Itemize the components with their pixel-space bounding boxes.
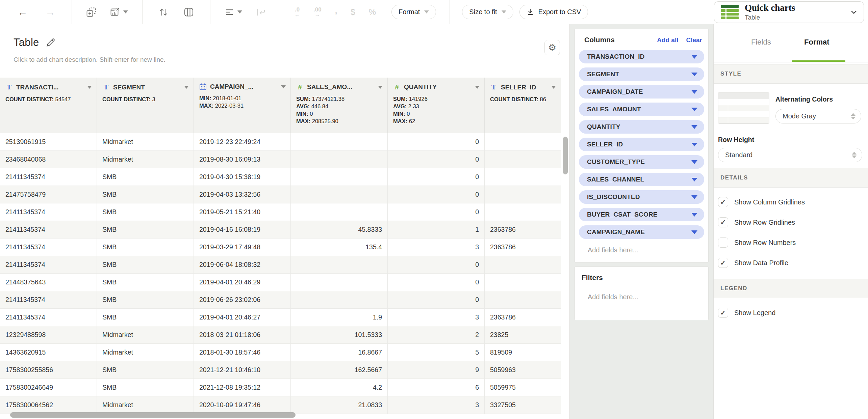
- chart-description-placeholder[interactable]: Click to add chart description. Shift-en…: [14, 56, 569, 63]
- column-menu-caret-icon[interactable]: [184, 86, 189, 89]
- column-header-segment[interactable]: TSEGMENTCOUNT DISTINCT: 3: [97, 78, 194, 133]
- column-stat: COUNT DISTINCT: 54547: [5, 95, 92, 103]
- column-header-quantity[interactable]: #QUANTITYSUM: 141926AVG: 2.33MIN: 0MAX: …: [388, 78, 485, 133]
- filters-add-fields-dropzone[interactable]: Add fields here...: [579, 290, 704, 304]
- alternating-colors-select[interactable]: Mode Gray: [775, 109, 861, 123]
- decrease-decimal-button[interactable]: .0 ←: [295, 7, 300, 17]
- stat-label: MIN:: [199, 95, 211, 101]
- table-cell: 3: [388, 239, 485, 256]
- column-pill-campaign-date[interactable]: CAMPAIGN_DATE: [579, 85, 704, 99]
- table-cell: 16.8667: [291, 344, 388, 361]
- column-header-seller-id[interactable]: TSELLER_IDCOUNT DISTINCT: 86: [485, 78, 561, 133]
- column-pill-buyer-csat-score[interactable]: BUYER_CSAT_SCORE: [579, 208, 704, 221]
- table-cell: 3: [388, 396, 485, 414]
- link-divider: [682, 37, 682, 44]
- back-button[interactable]: ←: [18, 7, 28, 17]
- table-cell: 12329488598: [0, 326, 97, 343]
- column-menu-caret-icon[interactable]: [281, 85, 286, 88]
- table-cell: 1758300255856: [0, 361, 97, 379]
- column-menu-caret-icon[interactable]: [475, 86, 480, 89]
- table-cell: 2021-12-08 19:35:12: [194, 379, 291, 396]
- increase-decimal-button[interactable]: .00 →: [313, 7, 322, 17]
- checkbox-show-row-numbers[interactable]: Show Row Numbers: [718, 238, 861, 248]
- table-columns-button[interactable]: [184, 7, 194, 17]
- row-height-label: Row Height: [718, 136, 862, 144]
- checkbox-show-legend[interactable]: ✓Show Legend: [718, 308, 861, 318]
- table-cell: 21411345374: [0, 291, 97, 308]
- table-cell: SMB: [97, 379, 194, 396]
- chart-type-title: Quick charts: [745, 3, 795, 13]
- table-cell: 1: [388, 221, 485, 238]
- column-pill-campaign-name[interactable]: CAMPAIGN_NAME: [579, 225, 704, 239]
- checkbox-checked-icon[interactable]: ✓: [718, 258, 728, 268]
- text-align-button[interactable]: [225, 8, 242, 16]
- column-header-sales-amo[interactable]: #SALES_AMO...SUM: 17374121.38AVG: 446.84…: [291, 78, 388, 133]
- checkbox-checked-icon[interactable]: ✓: [718, 197, 728, 207]
- checkbox-show-row-gridlines[interactable]: ✓Show Row Gridlines: [718, 217, 861, 227]
- checkbox-checked-icon[interactable]: ✓: [718, 308, 728, 318]
- pill-caret-icon: [691, 178, 697, 181]
- column-pill-segment[interactable]: SEGMENT: [579, 67, 704, 81]
- checkbox-unchecked-icon[interactable]: [718, 238, 728, 248]
- column-pill-is-discounted[interactable]: IS_DISCOUNTED: [579, 190, 704, 204]
- chart-title[interactable]: Table: [14, 36, 39, 49]
- row-height-select[interactable]: Standard: [718, 148, 862, 162]
- checkbox-label: Show Data Profile: [734, 259, 788, 267]
- tab-fields[interactable]: Fields: [751, 38, 771, 47]
- format-panel: Fields Format STYLE Alternating Colors M…: [713, 24, 868, 419]
- table-cell: SMB: [97, 239, 194, 256]
- alternating-colors-label: Alternating Colors: [775, 95, 861, 103]
- export-csv-button[interactable]: Export to CSV: [519, 5, 588, 19]
- table-cell: 0: [388, 151, 485, 168]
- vertical-scrollbar-thumb[interactable]: [563, 137, 568, 174]
- text-wrap-button[interactable]: [256, 8, 266, 17]
- duplicate-chart-button[interactable]: [86, 7, 96, 17]
- chart-settings-button[interactable]: ⚙: [544, 40, 560, 55]
- sort-button[interactable]: [159, 7, 168, 17]
- column-pill-seller-id[interactable]: SELLER_ID: [579, 138, 704, 151]
- column-pill-transaction-id[interactable]: TRANSACTION_ID: [579, 50, 704, 63]
- checkbox-show-column-gridlines[interactable]: ✓Show Column Gridlines: [718, 197, 861, 207]
- column-header-campaign[interactable]: CAMPAIGN_...MIN: 2018-01-01MAX: 2022-03-…: [194, 78, 291, 133]
- pill-label: SALES_AMOUNT: [587, 106, 641, 113]
- table-row: 1758300064562Midmarket2020-10-09 19:47:4…: [0, 396, 561, 414]
- table-cell: 45.8333: [291, 221, 388, 238]
- add-all-link[interactable]: Add all: [657, 36, 678, 44]
- column-menu-caret-icon[interactable]: [87, 86, 92, 89]
- format-button[interactable]: Format: [391, 5, 436, 19]
- column-menu-caret-icon[interactable]: [378, 86, 383, 89]
- tab-format[interactable]: Format: [804, 38, 829, 47]
- checkbox-label: Show Row Gridlines: [734, 219, 795, 226]
- clear-link[interactable]: Clear: [686, 36, 702, 44]
- table-cell: [291, 203, 388, 221]
- column-pill-sales-channel[interactable]: SALES_CHANNEL: [579, 173, 704, 186]
- chart-type-selector[interactable]: Quick charts Table: [714, 1, 864, 23]
- column-pill-customer-type[interactable]: CUSTOMER_TYPE: [579, 155, 704, 169]
- forward-button[interactable]: →: [45, 7, 55, 17]
- percent-format-button[interactable]: %: [369, 7, 376, 17]
- horizontal-scrollbar-thumb[interactable]: [10, 412, 296, 418]
- table-cell: Midmarket: [97, 326, 194, 343]
- thousands-separator-button[interactable]: ,: [335, 6, 337, 16]
- size-to-fit-button[interactable]: Size to fit: [462, 5, 513, 19]
- table-cell: 2019-05-21 15:21:40: [194, 203, 291, 221]
- columns-add-fields-dropzone[interactable]: Add fields here...: [579, 243, 704, 257]
- column-stats: COUNT DISTINCT: 3: [102, 95, 189, 103]
- remove-chart-button[interactable]: [110, 7, 128, 17]
- checkbox-show-data-profile[interactable]: ✓Show Data Profile: [718, 258, 861, 268]
- edit-title-icon[interactable]: [46, 38, 55, 47]
- table-cell: [485, 203, 561, 221]
- table-cell: 21411345374: [0, 239, 97, 256]
- table-cell: 2019-06-26 23:02:06: [194, 291, 291, 308]
- checkbox-label: Show Row Numbers: [734, 239, 796, 247]
- column-menu-caret-icon[interactable]: [551, 86, 556, 89]
- column-pill-quantity[interactable]: QUANTITY: [579, 120, 704, 134]
- table-cell: 0: [388, 274, 485, 291]
- table-cell: 2019-06-04 18:08:32: [194, 256, 291, 273]
- column-pill-sales-amount[interactable]: SALES_AMOUNT: [579, 103, 704, 116]
- table-cell: 5: [388, 344, 485, 361]
- column-header-transacti[interactable]: TTRANSACTI...COUNT DISTINCT: 54547: [0, 78, 97, 133]
- checkbox-checked-icon[interactable]: ✓: [718, 217, 728, 227]
- currency-format-button[interactable]: $: [351, 7, 355, 17]
- table-cell: [291, 133, 388, 150]
